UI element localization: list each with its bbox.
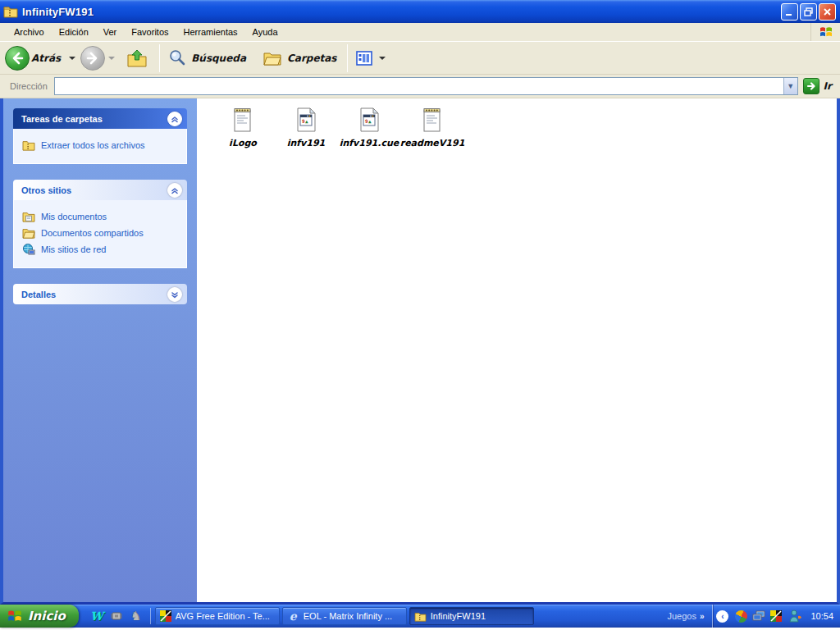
link-label: Mis sitios de red: [41, 244, 106, 254]
notepad-file-icon: [418, 105, 446, 135]
link-my-documents[interactable]: Mis documentos: [22, 210, 181, 223]
system-tray: ‹: [712, 605, 840, 628]
window-title: InfinityFW191: [22, 6, 779, 18]
file-infv191-cue[interactable]: 9 ▲ infv191.cue: [338, 105, 400, 148]
folders-label: Carpetas: [287, 52, 337, 64]
window-titlebar: InfinityFW191: [0, 0, 840, 23]
folders-icon: [262, 50, 282, 66]
menu-favoritos[interactable]: Favoritos: [124, 25, 176, 39]
link-network-places[interactable]: Mis sitios de red: [22, 243, 181, 256]
menu-archivo[interactable]: Archivo: [7, 25, 52, 39]
views-icon: [356, 51, 372, 66]
link-label: Documentos compartidos: [41, 228, 144, 238]
panel-folder-tasks-header[interactable]: Tareas de carpetas: [13, 108, 187, 129]
address-input[interactable]: [55, 78, 783, 94]
shared-folder-icon: [22, 226, 35, 240]
address-bar: Dirección ▼ Ir: [0, 75, 840, 98]
address-combo[interactable]: ▼: [54, 77, 798, 95]
menu-herramientas[interactable]: Herramientas: [176, 25, 245, 39]
messenger-person-icon[interactable]: [786, 609, 804, 623]
task-extract-all[interactable]: Extraer todos los archivos: [22, 139, 181, 152]
taskbar: Inicio W ♞ AVG Free Edition - Te... e EO…: [0, 605, 840, 628]
chevron-up-icon[interactable]: [167, 183, 182, 198]
avg-tray-icon[interactable]: [769, 609, 783, 623]
restore-button[interactable]: [800, 3, 817, 21]
network-places-icon: [22, 243, 35, 256]
chevron-down-icon[interactable]: [167, 287, 182, 302]
panel-title: Tareas de carpetas: [21, 114, 103, 124]
tasks-sidebar: Tareas de carpetas Extraer todos los arc…: [3, 98, 197, 602]
taskbar-task-avg[interactable]: AVG Free Edition - Te...: [155, 607, 280, 625]
zip-folder-icon: [414, 611, 427, 622]
panel-details: Detalles: [13, 284, 187, 304]
menu-ver[interactable]: Ver: [96, 25, 125, 39]
chevron-up-icon[interactable]: [167, 112, 182, 126]
taskbar-separator: [150, 608, 151, 624]
windows-flag-icon: [810, 23, 840, 41]
menu-edicion[interactable]: Edición: [52, 25, 96, 39]
views-dropdown-caret[interactable]: [379, 57, 386, 60]
windows-flag-icon: [7, 608, 23, 624]
search-label: Búsqueda: [191, 52, 246, 64]
taskbar-clock: 10:54: [810, 611, 833, 621]
file-infv191[interactable]: 9 ▲ infv191: [275, 105, 337, 148]
file-name: infv191: [287, 138, 326, 148]
avg-icon: [160, 610, 171, 622]
minimize-button[interactable]: [781, 3, 798, 21]
chess-knight-icon[interactable]: ♞: [128, 608, 144, 624]
toolbar-overflow-chevron[interactable]: »: [700, 612, 705, 621]
task-label: AVG Free Edition - Te...: [176, 611, 270, 621]
search-icon: [168, 49, 186, 67]
explorer-main: Tareas de carpetas Extraer todos los arc…: [0, 98, 840, 605]
menu-bar: Archivo Edición Ver Favoritos Herramient…: [0, 23, 840, 41]
network-tray-icon[interactable]: [751, 609, 765, 623]
toolbar-separator: [159, 44, 160, 72]
folders-button[interactable]: Carpetas: [259, 50, 342, 66]
toolbar-separator: [347, 44, 348, 72]
close-button[interactable]: [819, 3, 836, 21]
back-button[interactable]: Atrás: [5, 46, 80, 71]
forward-arrow-icon: [80, 46, 105, 71]
task-label: EOL - Matrix Infinity ...: [304, 611, 392, 621]
file-name: iLogo: [229, 138, 257, 148]
address-label: Dirección: [3, 81, 54, 91]
panel-folder-tasks: Tareas de carpetas Extraer todos los arc…: [13, 108, 187, 164]
views-button[interactable]: [353, 51, 390, 66]
back-label: Atrás: [31, 52, 61, 64]
go-button[interactable]: [803, 78, 819, 94]
task-label: InfinityFW191: [431, 611, 486, 621]
menu-ayuda[interactable]: Ayuda: [245, 25, 285, 39]
forward-dropdown-caret[interactable]: [108, 57, 115, 60]
w-app-icon[interactable]: W: [89, 608, 105, 624]
taskbar-task-infinityfw191[interactable]: InfinityFW191: [409, 607, 534, 625]
panel-title: Detalles: [21, 290, 56, 299]
file-ilogo[interactable]: iLogo: [212, 105, 274, 148]
file-name: infv191.cue: [340, 138, 399, 148]
panel-other-places: Otros sitios Mis documentos: [13, 180, 187, 268]
file-list-area[interactable]: iLogo 9 ▲ infv191: [197, 98, 837, 602]
taskbar-task-eol[interactable]: e EOL - Matrix Infinity ...: [282, 607, 407, 625]
svg-text:▲: ▲: [368, 118, 372, 124]
panel-other-places-header[interactable]: Otros sitios: [13, 180, 187, 200]
chip-icon[interactable]: [108, 608, 125, 624]
file-name: readmeV191: [400, 138, 465, 148]
windows-update-icon[interactable]: [734, 609, 748, 623]
hide-icons-chevron[interactable]: ‹: [716, 610, 728, 623]
search-button[interactable]: Búsqueda: [165, 49, 251, 67]
quick-launch: W ♞: [87, 605, 155, 628]
up-folder-button[interactable]: [126, 48, 148, 68]
back-arrow-icon: [5, 46, 30, 71]
task-label: Extraer todos los archivos: [41, 140, 145, 150]
back-dropdown-caret[interactable]: [69, 57, 75, 60]
address-dropdown-button[interactable]: ▼: [783, 78, 797, 94]
forward-button[interactable]: [80, 46, 120, 71]
start-button[interactable]: Inicio: [0, 605, 79, 628]
unknown-file-icon: 9 ▲: [355, 105, 383, 135]
svg-text:▲: ▲: [305, 118, 308, 124]
file-readmev191[interactable]: readmeV191: [401, 105, 463, 148]
toolbar: Atrás Búsqueda Carpet: [0, 41, 840, 75]
unknown-file-icon: 9 ▲: [292, 105, 320, 135]
juegos-toolbar-label[interactable]: Juegos: [667, 611, 696, 621]
panel-details-header[interactable]: Detalles: [13, 284, 187, 304]
link-shared-documents[interactable]: Documentos compartidos: [22, 226, 181, 240]
